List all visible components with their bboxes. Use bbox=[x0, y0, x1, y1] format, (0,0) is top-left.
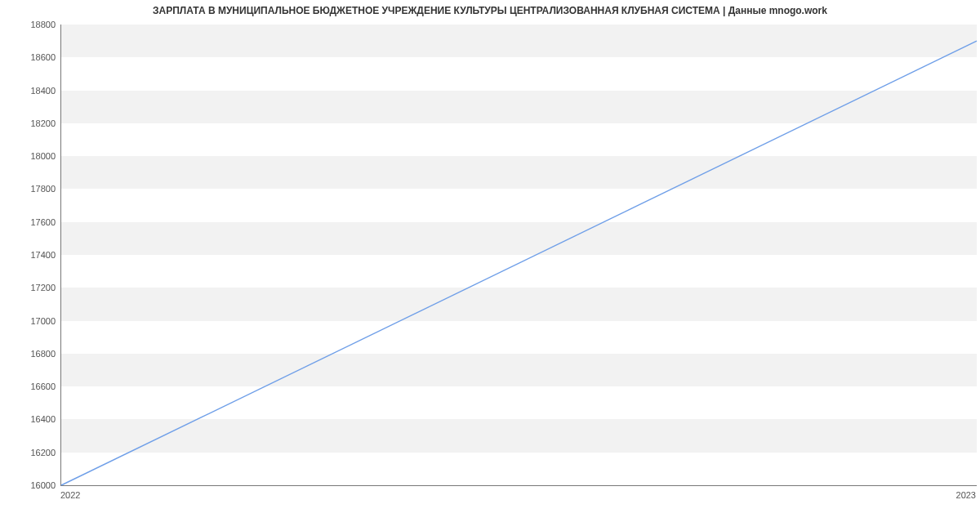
y-tick-label: 18800 bbox=[7, 20, 56, 29]
y-tick-label: 16200 bbox=[7, 448, 56, 457]
y-tick-label: 16000 bbox=[7, 480, 56, 490]
chart-title: ЗАРПЛАТА В МУНИЦИПАЛЬНОЕ БЮДЖЕТНОЕ УЧРЕЖ… bbox=[0, 5, 980, 16]
y-tick-label: 16800 bbox=[7, 349, 56, 359]
x-tick-label: 2022 bbox=[60, 490, 80, 500]
y-tick-label: 17800 bbox=[7, 184, 56, 194]
x-tick-label: 2023 bbox=[956, 490, 976, 500]
chart-svg bbox=[61, 25, 977, 485]
y-tick-label: 16400 bbox=[7, 414, 56, 424]
y-tick-label: 18200 bbox=[7, 118, 56, 128]
y-tick-label: 16600 bbox=[7, 382, 56, 391]
y-tick-label: 18000 bbox=[7, 151, 56, 161]
y-tick-label: 18400 bbox=[7, 86, 56, 96]
y-tick-label: 17000 bbox=[7, 316, 56, 326]
plot-area bbox=[60, 25, 977, 486]
data-line bbox=[61, 41, 977, 485]
y-tick-label: 17600 bbox=[7, 217, 56, 227]
salary-line-chart: ЗАРПЛАТА В МУНИЦИПАЛЬНОЕ БЮДЖЕТНОЕ УЧРЕЖ… bbox=[0, 0, 980, 531]
y-tick-label: 18600 bbox=[7, 52, 56, 62]
y-tick-label: 17200 bbox=[7, 283, 56, 292]
y-tick-label: 17400 bbox=[7, 250, 56, 260]
